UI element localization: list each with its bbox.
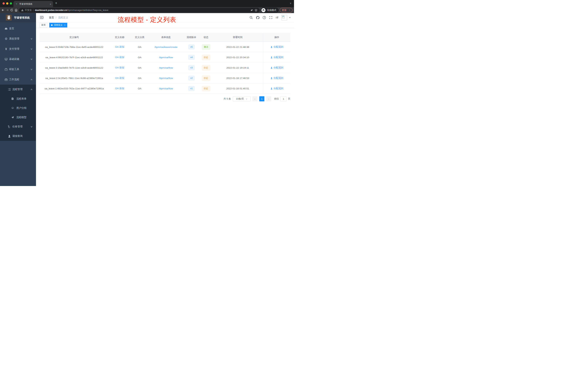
sidebar-item-label: 任务管理 <box>12 125 22 128</box>
toolbox-icon <box>5 68 8 71</box>
current-page-button[interactable]: 1 <box>259 96 264 101</box>
github-icon[interactable] <box>256 16 260 19</box>
bookmark-star-icon[interactable] <box>254 9 257 12</box>
goto-page-input[interactable] <box>280 96 286 101</box>
col-header-deployed: 部署时间 <box>212 36 263 39</box>
version-badge: v4 <box>188 55 195 60</box>
url-bar[interactable]: 不安全 dashboard.yudao.iocoder.cn/bpm/manag… <box>19 8 260 12</box>
tab-close-icon[interactable]: × <box>50 3 51 5</box>
col-header-category: 定义分类 <box>131 36 149 39</box>
sidebar-item-task-mgmt[interactable]: 任务管理 ∨ <box>0 122 36 131</box>
incognito-spy-icon <box>262 8 265 12</box>
sidebar-item-process-model[interactable]: 流程模型 <box>0 113 36 122</box>
text-size-icon[interactable]: TT <box>276 16 278 19</box>
assign-rule-button[interactable]: 分配规则 <box>270 45 284 49</box>
sidebar-item-process-mgmt[interactable]: 流程管理 ∧ <box>0 85 36 94</box>
avatar-caret-down-icon[interactable]: ▾ <box>289 16 290 19</box>
form-info-link[interactable]: /bpm/oa/flow <box>159 87 173 90</box>
minimize-window-button[interactable] <box>6 2 8 5</box>
favicon-seedling-icon <box>15 3 18 5</box>
sidebar-item-infra[interactable]: 基础设施 ∨ <box>0 54 36 64</box>
cell-deploy-time: 2022-01-22 19:19:11 <box>212 66 263 69</box>
sidebar-item-workflow[interactable]: 工作流程 ∧ <box>0 75 36 85</box>
list-icon <box>8 88 11 91</box>
col-header-version: 流程版本 <box>183 36 200 39</box>
prev-page-button[interactable]: ‹ <box>252 96 257 101</box>
form-info-link[interactable]: /bpm/oa/flow <box>159 77 173 79</box>
sidebar-item-label: 流程模型 <box>16 116 27 119</box>
sidebar-item-home[interactable]: 首页 <box>0 23 36 34</box>
assign-rule-button[interactable]: 分配规则 <box>270 56 284 59</box>
assign-rule-button[interactable]: 分配规则 <box>270 66 284 69</box>
form-info-link[interactable]: /bpm/oa/flow <box>159 56 173 59</box>
browser-tab[interactable]: 芋道管理系统 × <box>13 1 53 7</box>
password-key-icon[interactable] <box>250 9 253 12</box>
tag-process-definition[interactable]: 流程定义 × <box>49 23 67 27</box>
sidebar-item-payment[interactable]: ¥ 支付管理 ∨ <box>0 44 36 54</box>
browser-update-button[interactable]: 更新 ⋮ <box>280 8 293 12</box>
cell-category: OA <box>131 77 149 79</box>
browser-menu-kebab-icon[interactable]: ⋮ <box>288 9 291 11</box>
sidebar-item-devtools[interactable]: 研发工具 ∨ <box>0 64 36 75</box>
assign-rule-button[interactable]: 分配规则 <box>270 87 284 90</box>
security-status[interactable]: 不安全 <box>21 9 32 12</box>
new-tab-button[interactable]: + <box>55 1 57 5</box>
sidebar-item-leave-query[interactable]: 请假查询 <box>0 131 36 141</box>
definition-name-link[interactable]: OA 请假 <box>115 66 124 69</box>
url-path: /bpm/manager/definition?key=oa_leave <box>67 9 108 11</box>
definition-name-link[interactable]: OA 请假 <box>115 45 124 48</box>
incognito-label: 无痕模式 <box>267 9 276 12</box>
form-info-link[interactable]: /bpm/oa/leave/create <box>155 46 178 48</box>
reload-icon[interactable] <box>10 9 13 12</box>
incognito-badge[interactable]: 无痕模式 <box>261 8 279 13</box>
sidebar-item-label: 研发工具 <box>9 68 19 71</box>
home-icon[interactable] <box>15 9 18 12</box>
close-window-button[interactable] <box>2 2 5 5</box>
sidebar-item-label: 基础设施 <box>9 57 19 61</box>
page-size-select[interactable]: 10条/页 ∨ <box>233 96 251 101</box>
chevron-up-icon: ∧ <box>30 88 33 91</box>
forward-icon[interactable] <box>6 9 9 12</box>
sidebar-item-label: 支付管理 <box>9 47 19 51</box>
definition-table: 定义编号 定义名称 定义分类 表单信息 流程版本 状态 部署时间 操作 oa_l… <box>40 33 290 94</box>
tree-icon <box>8 125 11 128</box>
sidebar-item-label: 工作流程 <box>9 78 19 81</box>
browser-chrome: 芋道管理系统 × + ∨ 不安全 <box>0 0 294 13</box>
zoom-window-button[interactable] <box>10 2 12 5</box>
next-page-button[interactable]: › <box>266 96 271 101</box>
page: 芋道管理系统 × + ∨ 不安全 <box>0 0 294 186</box>
cell-category: OA <box>131 87 149 90</box>
page-unit-label: 页 <box>288 97 290 100</box>
cell-deploy-time: 2022-01-22 20:34:10 <box>212 56 263 59</box>
sidebar-item-user-group[interactable]: 用户分组 <box>0 103 36 113</box>
url-text[interactable]: dashboard.yudao.iocoder.cn/bpm/manager/d… <box>35 9 108 11</box>
definition-name-link[interactable]: OA 请假 <box>115 56 124 59</box>
cell-category: OA <box>131 46 149 48</box>
status-badge: 挂起 <box>202 76 210 81</box>
form-info-link[interactable]: /bpm/oa/flow <box>159 66 173 69</box>
sidebar-logo[interactable]: 芋道管理系统 <box>0 13 36 22</box>
fullscreen-icon[interactable] <box>269 16 273 19</box>
sidebar-toggle-icon[interactable] <box>40 16 43 19</box>
back-icon[interactable] <box>1 9 5 12</box>
definition-name-link[interactable]: OA 请假 <box>115 87 124 90</box>
help-icon[interactable] <box>262 16 266 19</box>
tag-label: 首页 <box>41 23 46 27</box>
assign-rule-button[interactable]: 分配规则 <box>270 77 284 80</box>
url-domain: dashboard.yudao.iocoder.cn <box>35 9 67 11</box>
tag-close-icon[interactable]: × <box>64 24 65 26</box>
sidebar-item-system[interactable]: ⚙ 系统管理 ∨ <box>0 34 36 44</box>
breadcrumb-home[interactable]: 首页 <box>49 16 54 19</box>
tag-home[interactable]: 首页 <box>40 23 47 27</box>
avatar[interactable] <box>282 15 287 20</box>
version-badge: v5 <box>188 44 195 49</box>
cell-definition-id: oa_leave:1:482ec033-762a-11ec-8477-a2380… <box>40 87 109 90</box>
sidebar-item-process-form[interactable]: 流程表单 <box>0 94 36 103</box>
tab-title: 芋道管理系统 <box>19 2 50 6</box>
tab-search-icon[interactable]: ∨ <box>290 2 292 5</box>
sidebar-item-label: 首页 <box>9 27 14 30</box>
definition-name-link[interactable]: OA 请假 <box>115 77 124 79</box>
user-icon <box>270 67 273 69</box>
chevron-up-icon: ∧ <box>30 78 33 81</box>
search-icon[interactable] <box>250 16 253 19</box>
